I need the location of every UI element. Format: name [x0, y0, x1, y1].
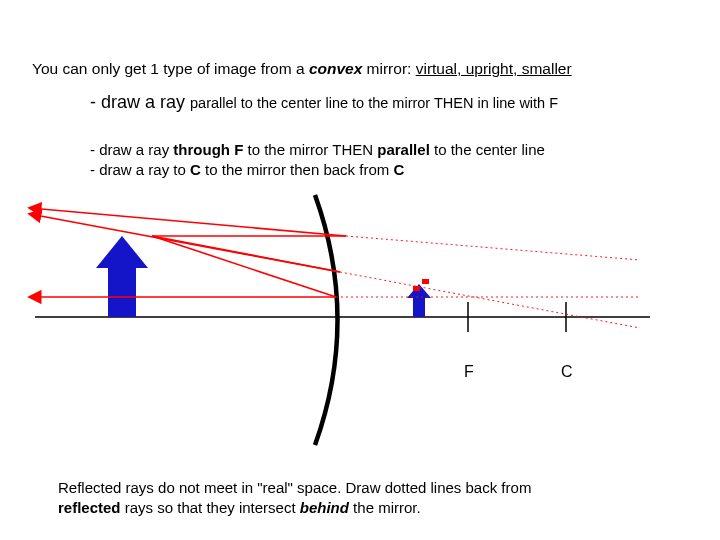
- convex-mirror-diagram: [0, 0, 720, 540]
- bullet-2-end: to the center line: [430, 141, 545, 158]
- bullet-3-C: C: [190, 161, 201, 178]
- heading: You can only get 1 type of image from a …: [32, 60, 572, 78]
- image-tip-marker-2: [422, 279, 429, 284]
- bullet-1: - draw a ray parallel to the center line…: [90, 92, 558, 113]
- svg-rect-0: [108, 266, 136, 317]
- object-arrow: [96, 236, 148, 317]
- svg-rect-2: [413, 296, 425, 317]
- heading-props: virtual, upright, smaller: [416, 60, 572, 77]
- bullet-1-parallel: parallel: [190, 95, 237, 111]
- bullet-1-mid: to the center line to the mirror THEN in…: [237, 95, 549, 111]
- svg-line-12: [340, 272, 640, 328]
- bullet-2-pre: - draw a ray: [90, 141, 173, 158]
- svg-line-6: [346, 236, 640, 260]
- bullet-3-C2: C: [393, 161, 404, 178]
- footer-reflected: reflected: [58, 499, 121, 516]
- footer-line1: Reflected rays do not meet in "real" spa…: [58, 479, 531, 496]
- label-C: C: [561, 363, 573, 381]
- svg-line-11: [30, 214, 340, 272]
- image-tip-marker-1: [413, 286, 420, 291]
- footer-note: Reflected rays do not meet in "real" spa…: [58, 478, 531, 518]
- label-F: F: [464, 363, 474, 381]
- bullet-2-parallel: parallel: [377, 141, 430, 158]
- bullet-2-throughF: through F: [173, 141, 243, 158]
- bullet-3-pre: - draw a ray to: [90, 161, 190, 178]
- heading-convex: convex: [309, 60, 362, 77]
- heading-pre: You can only get 1 type of image from a: [32, 60, 309, 77]
- bullet-1-F: F: [549, 95, 558, 111]
- footer-behind: behind: [300, 499, 349, 516]
- bullet-2-mid: to the mirror THEN: [243, 141, 377, 158]
- bullet-2-3: - draw a ray through F to the mirror THE…: [90, 140, 545, 181]
- bullet-1-pre: - draw a ray: [90, 92, 190, 112]
- svg-line-5: [30, 208, 346, 236]
- bullet-3-mid: to the mirror then back from: [201, 161, 394, 178]
- svg-marker-1: [96, 236, 148, 268]
- mirror-arc: [315, 195, 338, 445]
- footer-l2d: the mirror.: [349, 499, 421, 516]
- footer-l2b: rays so that they intersect: [121, 499, 300, 516]
- heading-mid: mirror:: [362, 60, 415, 77]
